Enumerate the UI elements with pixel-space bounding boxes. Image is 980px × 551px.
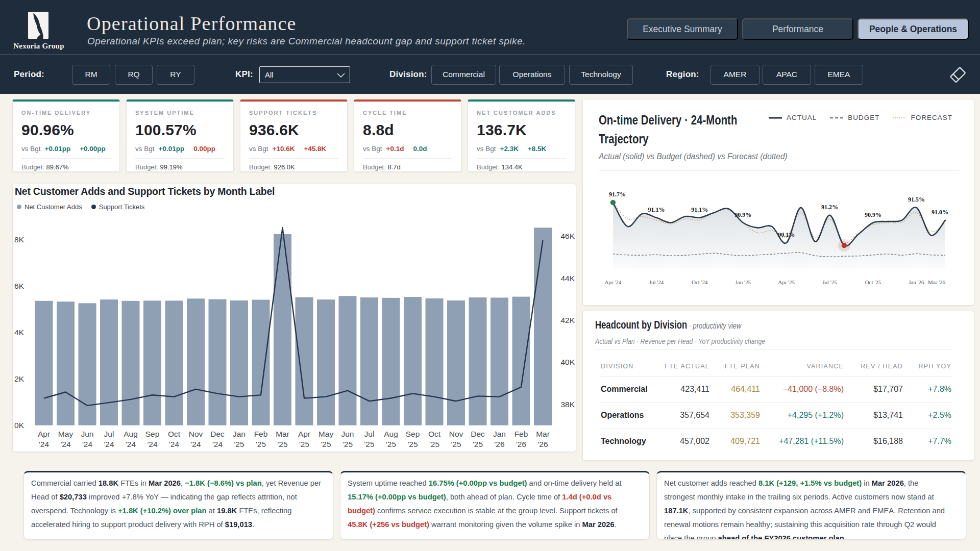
- bar-Dec-25[interactable]: [469, 297, 487, 425]
- callout-line: budget) confirms service execution is st…: [348, 504, 627, 517]
- callout-line: 15.17% (+0.00pp vs budget), both ahead o…: [348, 490, 627, 504]
- bar-Nov-25[interactable]: [447, 300, 465, 425]
- bar-Apr-24[interactable]: [35, 301, 53, 425]
- filter-button-emea[interactable]: EMEA: [815, 65, 863, 85]
- table-cell: +4,295 (+1.2%): [760, 411, 844, 420]
- svg-text:91.5%: 91.5%: [908, 196, 925, 203]
- low-point-marker[interactable]: [842, 243, 847, 248]
- combo-chart-plot[interactable]: 0K2K4K6K8K38K40K42K44K46KApr'24May'24Jun…: [13, 184, 576, 452]
- kpi-delta: +8.5K: [528, 145, 546, 153]
- filter-button-apac[interactable]: APAC: [763, 65, 811, 85]
- kpi-delta: +0.00pp: [80, 145, 106, 153]
- svg-text:'25: '25: [234, 440, 244, 448]
- table-cell: $16,188: [844, 437, 903, 446]
- kpi-budget-value: 99.19%: [160, 163, 182, 171]
- table-cell: −41,000 (−8.8%): [760, 385, 844, 394]
- svg-text:'24: '24: [82, 440, 93, 448]
- callout-line: overspend. Technology is +1.8K (+10.2%) …: [31, 504, 311, 517]
- nav-tab-people-operations[interactable]: People & Operations: [857, 18, 969, 40]
- table-cell: +7.7%: [903, 437, 951, 446]
- bar-Mar-25[interactable]: [274, 234, 291, 425]
- svg-text:Mar: Mar: [276, 430, 289, 438]
- table-cell: 464,411: [709, 385, 760, 394]
- filter-button-commercial[interactable]: Commercial: [431, 65, 496, 85]
- divider: [21, 158, 111, 159]
- filter-button-rm[interactable]: RM: [72, 65, 110, 85]
- bar-May-25[interactable]: [317, 299, 335, 425]
- bar-Apr-25[interactable]: [296, 297, 313, 425]
- svg-text:'25: '25: [429, 440, 439, 448]
- start-point-marker[interactable]: [610, 200, 616, 205]
- kpi-card-support-tickets[interactable]: SUPPORT TICKETS936.6Kvs Bgt+10.6K+45.8KB…: [240, 99, 348, 172]
- filter-button-technology[interactable]: Technology: [569, 65, 633, 85]
- divider: [135, 158, 225, 159]
- callout-line: strongest monthly intake in the trailing…: [664, 490, 944, 504]
- callout-line: 45.8K (+256 vs budget) warrant monitorin…: [348, 517, 627, 531]
- bar-Jun-25[interactable]: [339, 296, 357, 425]
- filter-button-ry[interactable]: RY: [157, 65, 194, 85]
- kpi-card-system-uptime[interactable]: SYSTEM UPTIME100.57%vs Bgt+0.01pp0.00ppB…: [126, 99, 234, 172]
- svg-text:'24: '24: [190, 440, 201, 448]
- kpi-budget-value: 926.0K: [274, 163, 295, 171]
- table-cell: Commercial: [601, 385, 662, 394]
- kpi-budget-value: 89.67%: [46, 163, 68, 171]
- svg-text:Sep: Sep: [406, 430, 420, 438]
- bar-Feb-26[interactable]: [512, 297, 530, 425]
- bar-Jul-25[interactable]: [360, 297, 378, 425]
- bar-Jan-26[interactable]: [491, 297, 508, 425]
- bar-Oct-25[interactable]: [426, 298, 444, 425]
- svg-text:90.9%: 90.9%: [865, 211, 881, 218]
- kpi-card-net-customer-adds[interactable]: NET CUSTOMER ADDS136.7Kvs Bgt+2.3K+8.5KB…: [468, 99, 575, 172]
- svg-text:'25: '25: [473, 440, 483, 448]
- bar-Nov-24[interactable]: [187, 298, 205, 425]
- svg-text:'26: '26: [494, 440, 504, 448]
- bar-May-24[interactable]: [57, 302, 75, 425]
- table-row-commercial[interactable]: Commercial423,411464,411−41,000 (−8.8%)$…: [601, 376, 951, 402]
- bar-Jun-24[interactable]: [79, 303, 96, 425]
- nav-tab-performance[interactable]: Performance: [742, 18, 853, 40]
- bar-Aug-24[interactable]: [122, 301, 140, 425]
- kpi-deltas: vs Bgt+0.1d0.0d: [363, 145, 456, 153]
- bar-Aug-25[interactable]: [382, 298, 400, 425]
- kpi-delta: +45.8K: [304, 145, 326, 153]
- svg-text:Jan: Jan: [233, 430, 246, 438]
- trajectory-chart-plot[interactable]: 91.7%91.1%91.1%90.9%90.1%91.2%90.9%91.5%…: [583, 99, 974, 302]
- bar-Dec-24[interactable]: [209, 299, 227, 425]
- table-row-operations[interactable]: Operations357,654353,359+4,295 (+1.2%)$1…: [601, 402, 951, 428]
- bar-Mar-26[interactable]: [534, 228, 552, 425]
- kpi-dropdown-value: All: [265, 70, 274, 79]
- bar-Jul-24[interactable]: [100, 299, 118, 425]
- kpi-budget-label: Budget:: [21, 163, 44, 171]
- bar-Jan-25[interactable]: [230, 300, 248, 425]
- filter-button-operations[interactable]: Operations: [499, 65, 565, 85]
- table-cell: +7.8%: [903, 385, 951, 394]
- svg-text:40K: 40K: [560, 358, 575, 366]
- callout-line: accelerated hiring to support product de…: [31, 517, 311, 531]
- kpi-value: 136.7K: [477, 121, 570, 139]
- svg-text:Jul '24: Jul '24: [649, 279, 664, 285]
- svg-text:Jun: Jun: [341, 430, 354, 438]
- svg-text:May: May: [318, 430, 334, 438]
- filter-button-amer[interactable]: AMER: [710, 65, 760, 85]
- svg-text:'24: '24: [39, 440, 50, 448]
- page-subtitle: Operational KPIs exceed plan; key risks …: [87, 36, 526, 47]
- kpi-label: CYCLE TIME: [363, 110, 456, 116]
- svg-text:90.1%: 90.1%: [778, 231, 795, 238]
- eraser-icon: [948, 65, 967, 84]
- nav-tab-executive-summary[interactable]: Executive Summary: [627, 18, 738, 40]
- bar-Sep-24[interactable]: [143, 300, 161, 425]
- filter-button-rq[interactable]: RQ: [115, 65, 153, 85]
- callout-line: renewal motions remain healthy; sustaini…: [664, 517, 944, 531]
- bar-Feb-25[interactable]: [252, 299, 270, 425]
- kpi-dropdown[interactable]: All: [259, 66, 350, 83]
- bar-Sep-25[interactable]: [404, 297, 422, 425]
- table-header-cell: FTE ACTUAL: [662, 363, 709, 370]
- clear-filters-button[interactable]: [948, 55, 967, 94]
- table-row-technology[interactable]: Technology457,002409,721+47,281 (+11.5%)…: [601, 428, 951, 454]
- bar-Oct-24[interactable]: [165, 300, 183, 425]
- kpi-budget: Budget: 8.7d: [363, 163, 456, 171]
- kpi-card-on-time-delivery[interactable]: ON-TIME DELIVERY90.96%vs Bgt+0.01pp+0.00…: [12, 99, 120, 172]
- kpi-card-cycle-time[interactable]: CYCLE TIME8.8dvs Bgt+0.1d0.0dBudget: 8.7…: [354, 99, 461, 172]
- callout-card-2: System uptime reached 16.75% (+0.00pp vs…: [340, 471, 650, 540]
- svg-text:'25: '25: [321, 440, 331, 448]
